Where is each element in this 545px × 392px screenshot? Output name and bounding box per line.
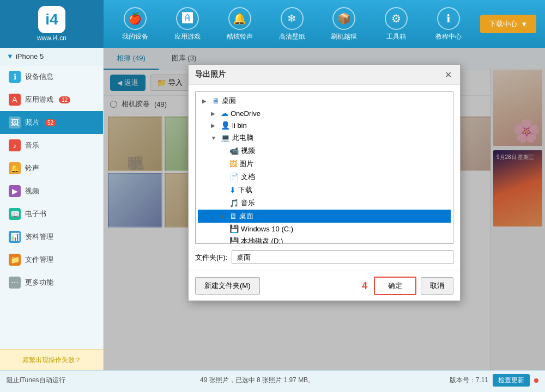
tree-item-li bin[interactable]: ▶👤li bin xyxy=(198,119,451,131)
folder-icon: 🖼 xyxy=(229,160,237,168)
folder-icon: 🎵 xyxy=(229,199,239,207)
main-area: ▼ iPhone 5 ℹ 设备信息 A 应用游戏 12🖼 照片 52♪ 音乐 🔔… xyxy=(0,48,545,370)
cancel-button[interactable]: 取消 xyxy=(421,277,453,295)
folder-icon: 💻 xyxy=(221,133,230,142)
sidebar-item-文件管理[interactable]: 📁 文件管理 xyxy=(0,248,103,271)
sidebar-item-label: 电子书 xyxy=(25,209,46,219)
dialog-close-button[interactable]: ✕ xyxy=(443,69,453,80)
tree-container[interactable]: ▶🖥桌面▶☁OneDrive▶👤li bin▼💻此电脑📹视频🖼图片📄文档⬇下载🎵… xyxy=(195,91,453,244)
topbar: i4 www.i4.cn 🍎我的设备🅰应用游戏🔔酷炫铃声❄高清壁纸📦刷机越狱⚙工… xyxy=(0,0,545,48)
sidebar-item-视频[interactable]: ▶ 视频 xyxy=(0,180,103,203)
nav-icon: 🅰 xyxy=(176,7,199,30)
tree-item-label: 下载 xyxy=(238,185,449,195)
expand-arrow: ▶ xyxy=(211,111,219,117)
logo-area: i4 www.i4.cn xyxy=(0,0,104,48)
nav-label: 我的设备 xyxy=(122,32,148,41)
sidebar-item-音乐[interactable]: ♪ 音乐 xyxy=(0,134,103,157)
nav-item-我的设备[interactable]: 🍎我的设备 xyxy=(116,7,154,41)
nav-item-刷机越狱[interactable]: 📦刷机越狱 xyxy=(325,7,363,41)
tree-item-图片[interactable]: 🖼图片 xyxy=(198,157,451,170)
sidebar-item-设备信息[interactable]: ℹ 设备信息 xyxy=(0,65,103,88)
nav-items: 🍎我的设备🅰应用游戏🔔酷炫铃声❄高清壁纸📦刷机越狱⚙工具箱ℹ教程中心 xyxy=(104,7,480,41)
nav-label: 刷机越狱 xyxy=(331,32,357,41)
device-label: ▼ iPhone 5 xyxy=(0,48,103,65)
step-number: 4 xyxy=(362,280,367,292)
folder-icon: 📹 xyxy=(229,146,239,155)
sidebar-item-label: 铃声 xyxy=(25,163,39,173)
tree-item-label: li bin xyxy=(232,121,449,130)
tree-item-桌面[interactable]: ▶🖥桌面 xyxy=(198,94,451,107)
sidebar-item-label: 设备信息 xyxy=(25,72,53,82)
nav-icon: ℹ xyxy=(437,7,460,30)
folder-icon: ⬇ xyxy=(229,186,236,194)
folder-row: 文件夹(F): xyxy=(195,250,453,264)
expand-arrow: ▼ xyxy=(220,213,227,219)
tree-item-label: 视频 xyxy=(241,146,449,156)
sidebar-item-资料管理[interactable]: 📊 资料管理 xyxy=(0,225,103,248)
tree-item-本地磁盘 (D:)[interactable]: 💾本地磁盘 (D:) xyxy=(198,235,451,244)
sidebar-item-icon: ♪ xyxy=(9,139,21,151)
sidebar-item-铃声[interactable]: 🔔 铃声 xyxy=(0,157,103,180)
update-button[interactable]: 检查更新 xyxy=(493,374,530,387)
tree-item-label: Windows 10 (C:) xyxy=(241,225,449,233)
bottom-tip[interactable]: 频繁出现操作失败？ xyxy=(0,350,103,370)
sidebar-item-label: 应用游戏 xyxy=(25,95,53,105)
tree-item-Windows 10 (C:)[interactable]: 💾Windows 10 (C:) xyxy=(198,223,451,235)
nav-item-工具箱[interactable]: ⚙工具箱 xyxy=(377,7,415,41)
tree-item-文档[interactable]: 📄文档 xyxy=(198,170,451,183)
sidebar-item-icon: ⋯ xyxy=(9,277,21,289)
nav-icon: 🍎 xyxy=(124,7,147,30)
nav-icon: 📦 xyxy=(332,7,355,30)
statusbar-center: 49 张照片，已选中 8 张照片 1.97 MB。 xyxy=(200,376,314,385)
bottom-tip-text[interactable]: 频繁出现操作失败？ xyxy=(7,356,96,365)
tree-item-label: 此电脑 xyxy=(232,133,449,143)
tree-item-label: 文档 xyxy=(241,172,449,182)
nav-label: 应用游戏 xyxy=(174,32,201,41)
download-button[interactable]: 下载中心 ▼ xyxy=(480,15,536,33)
sidebar-item-label: 更多功能 xyxy=(25,278,53,287)
statusbar: 阻止iTunes自动运行 49 张照片，已选中 8 张照片 1.97 MB。 版… xyxy=(0,370,545,390)
expand-arrow: ▼ xyxy=(211,135,219,141)
sidebar-item-icon: 📊 xyxy=(9,231,21,243)
sidebar-item-icon: ▶ xyxy=(9,185,21,197)
sidebar-item-label: 音乐 xyxy=(25,140,39,150)
sidebar: ▼ iPhone 5 ℹ 设备信息 A 应用游戏 12🖼 照片 52♪ 音乐 🔔… xyxy=(0,48,104,370)
logo-icon: i4 xyxy=(38,6,65,33)
confirm-button[interactable]: 确定 xyxy=(374,277,416,295)
folder-icon: 💾 xyxy=(229,224,239,233)
sidebar-item-更多功能[interactable]: ⋯ 更多功能 xyxy=(0,271,103,294)
nav-item-应用游戏[interactable]: 🅰应用游戏 xyxy=(168,7,207,41)
dialog-footer: 新建文件夹(M) 4 确定 取消 xyxy=(189,271,460,301)
folder-icon: 💾 xyxy=(229,237,239,244)
folder-icon: 👤 xyxy=(221,121,230,130)
tree-item-label: 桌面 xyxy=(239,211,449,221)
sidebar-item-电子书[interactable]: 📖 电子书 xyxy=(0,203,103,225)
tree-item-音乐[interactable]: 🎵音乐 xyxy=(198,197,451,210)
folder-icon: 🖥 xyxy=(212,96,220,105)
nav-item-教程中心[interactable]: ℹ教程中心 xyxy=(429,7,468,41)
sidebar-item-label: 视频 xyxy=(25,186,39,196)
tree-item-桌面[interactable]: ▼🖥桌面 xyxy=(198,210,451,223)
sidebar-item-icon: ℹ xyxy=(9,71,21,83)
device-name: iPhone 5 xyxy=(16,52,44,60)
folder-input[interactable] xyxy=(232,250,453,264)
sidebar-item-照片[interactable]: 🖼 照片 52 xyxy=(0,111,103,134)
tree-item-下载[interactable]: ⬇下载 xyxy=(198,183,451,197)
sidebar-item-label: 资料管理 xyxy=(25,232,53,242)
statusbar-right: 版本号：7.11 检查更新 xyxy=(450,374,538,387)
content-area: 相簿 (49)图库 (3) ◀ 返退 📁 导入 相机胶卷 (49) 吧来力量 xyxy=(104,48,545,370)
tree-item-label: OneDrive xyxy=(231,109,449,118)
download-icon: ▼ xyxy=(520,20,528,28)
logo-url: www.i4.cn xyxy=(37,34,66,42)
logo-char: i4 xyxy=(45,11,58,28)
sidebar-item-icon: 🔔 xyxy=(9,162,21,174)
tree-item-OneDrive[interactable]: ▶☁OneDrive xyxy=(198,107,451,119)
nav-item-酷炫铃声[interactable]: 🔔酷炫铃声 xyxy=(221,7,259,41)
sidebar-item-icon: 🖼 xyxy=(9,117,21,128)
tree-item-此电脑[interactable]: ▼💻此电脑 xyxy=(198,131,451,144)
tree-item-视频[interactable]: 📹视频 xyxy=(198,144,451,157)
sidebar-item-应用游戏[interactable]: A 应用游戏 12 xyxy=(0,88,103,111)
nav-item-高清壁纸[interactable]: ❄高清壁纸 xyxy=(273,7,311,41)
new-folder-button[interactable]: 新建文件夹(M) xyxy=(195,277,260,295)
nav-label: 高清壁纸 xyxy=(279,32,305,41)
